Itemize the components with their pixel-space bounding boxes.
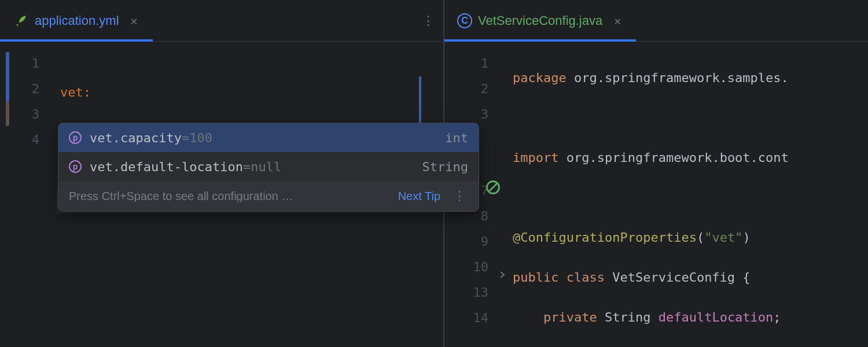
- left-gutter: 1 2 3 4: [0, 42, 56, 347]
- tab-vetserviceconfig[interactable]: C VetServiceConfig.java ✕: [444, 0, 636, 41]
- more-vert-icon: [422, 13, 435, 28]
- line-number: 4: [0, 127, 56, 153]
- popup-footer: Press Ctrl+Space to see all configuratio…: [58, 181, 479, 211]
- vcs-change-marker[interactable]: [6, 52, 9, 102]
- tab-application-yml[interactable]: application.yml ✕: [0, 0, 153, 41]
- close-icon[interactable]: ✕: [128, 12, 140, 30]
- completion-type: int: [445, 131, 468, 145]
- line-number: 10: [444, 254, 508, 280]
- line-number: 14: [444, 305, 508, 331]
- line-number: 13: [444, 280, 508, 305]
- next-tip-link[interactable]: Next Tip: [398, 190, 440, 202]
- line-number: 2: [444, 76, 508, 102]
- line-number: 1: [444, 51, 508, 76]
- tab-label: VetServiceConfig.java: [478, 14, 602, 27]
- property-icon: p: [69, 160, 82, 173]
- left-tabbar: application.yml ✕: [0, 0, 443, 42]
- spring-icon: [13, 13, 29, 29]
- right-tabbar: C VetServiceConfig.java ✕: [444, 0, 868, 42]
- no-problems-icon[interactable]: [414, 52, 431, 68]
- class-icon: C: [457, 13, 472, 28]
- completion-text: vet.capacity=100: [90, 131, 437, 145]
- tab-more-button[interactable]: [413, 0, 443, 41]
- right-editor-pane: C VetServiceConfig.java ✕ 1 2 3 7 8 9 10…: [444, 0, 868, 347]
- right-code-area[interactable]: package org.springframework.samples. imp…: [508, 42, 868, 347]
- right-editor[interactable]: 1 2 3 7 8 9 10 13 14 package org.springf…: [444, 42, 868, 347]
- completion-popup: p vet.capacity=100 int p vet.default-loc…: [58, 123, 479, 212]
- tab-label: application.yml: [35, 14, 119, 27]
- close-icon[interactable]: ✕: [612, 12, 623, 30]
- completion-item[interactable]: p vet.default-location=null String: [58, 152, 479, 181]
- yaml-key: vet: [60, 85, 83, 99]
- popup-more-button[interactable]: [451, 190, 468, 202]
- popup-hint: Press Ctrl+Space to see all configuratio…: [69, 190, 388, 202]
- property-icon: p: [69, 131, 82, 144]
- completion-text: vet.default-location=null: [90, 160, 414, 174]
- completion-type: String: [422, 160, 468, 174]
- vcs-change-marker[interactable]: [6, 102, 9, 126]
- completion-item[interactable]: p vet.capacity=100 int: [58, 123, 479, 152]
- line-number: 9: [444, 229, 508, 254]
- fold-chevron-icon[interactable]: [498, 263, 507, 272]
